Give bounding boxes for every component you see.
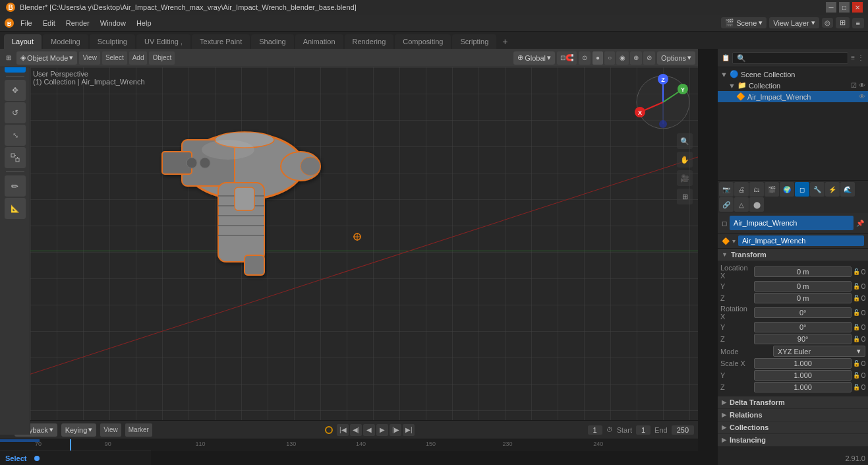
menu-window[interactable]: Window	[96, 18, 130, 28]
object-visibility-icon[interactable]: 👁	[859, 93, 865, 100]
location-x-input[interactable]	[754, 266, 852, 277]
viewport-shading-render[interactable]: ◉	[616, 51, 629, 65]
transform-tool[interactable]	[5, 147, 26, 168]
tab-layout[interactable]: Layout	[4, 34, 42, 49]
tab-animation[interactable]: Animation	[295, 34, 343, 49]
scale-tool[interactable]: ⤡	[5, 125, 26, 146]
viewport-main[interactable]: User Perspective (1) Collection | Air_Im…	[30, 67, 698, 420]
tab-shading[interactable]: Shading	[251, 34, 293, 49]
next-frame-btn[interactable]: |▶	[390, 424, 401, 436]
rotation-x-input[interactable]	[754, 307, 852, 318]
timeline-marker-menu[interactable]: Marker	[125, 423, 152, 437]
ptab-physics[interactable]: 🌊	[840, 182, 855, 197]
record-button[interactable]	[325, 426, 333, 434]
ptab-scene[interactable]: 🎬	[765, 182, 779, 197]
object-mode-dropdown[interactable]: ◈ Object Mode ▾	[16, 51, 77, 65]
menu-help[interactable]: Help	[132, 18, 156, 28]
ptab-view-layer[interactable]: 🗂	[749, 182, 764, 197]
rotation-y-lock[interactable]: 🔓	[853, 324, 860, 330]
options-dropdown[interactable]: Options ▾	[657, 51, 695, 65]
editor-type-btn[interactable]: ⊞	[836, 17, 850, 28]
view-layer-selector[interactable]: View Layer ▾	[769, 17, 819, 28]
tab-modeling[interactable]: Modeling	[43, 34, 88, 49]
viewport-shading-material[interactable]: ○	[604, 51, 615, 65]
ptab-modifier[interactable]: 🔧	[810, 182, 825, 197]
rotation-z-lock[interactable]: 🔓	[853, 336, 860, 342]
pan-view-btn[interactable]: ✋	[677, 152, 693, 168]
tab-rendering[interactable]: Rendering	[345, 34, 394, 49]
menu-edit[interactable]: Edit	[38, 18, 60, 28]
object-data-dropdown-icon[interactable]: ▾	[732, 237, 736, 245]
outliner-search-input[interactable]	[732, 52, 848, 64]
rotation-x-lock[interactable]: 🔓	[853, 309, 860, 316]
transform-orientation[interactable]: ⊕ Global ▾	[513, 51, 555, 65]
viewport-gizmo[interactable]: Z Y X	[633, 73, 693, 132]
transform-section-toggle[interactable]: Transform	[718, 249, 868, 261]
delta-transform-toggle[interactable]: ▶ Delta Transform	[718, 396, 868, 409]
menu-render[interactable]: Render	[61, 18, 94, 28]
outliner-collection[interactable]: ▼ 📁 Collection ☑ 👁	[718, 80, 868, 91]
outliner-editor-icon[interactable]: 📋	[722, 54, 730, 61]
ptab-material[interactable]: ⬤	[749, 197, 764, 212]
keying-dropdown[interactable]: Keying ▾	[61, 423, 97, 437]
rotation-z-input[interactable]	[754, 334, 852, 344]
play-btn[interactable]: ▶	[376, 424, 388, 436]
scale-x-input[interactable]	[754, 358, 852, 369]
menu-view[interactable]: View	[79, 51, 100, 65]
collection-visibility-icon[interactable]: 👁	[859, 82, 865, 89]
ptab-object[interactable]: ◻	[795, 182, 809, 197]
outliner-filter-icon[interactable]: ≡	[851, 54, 855, 61]
location-z-lock[interactable]: 🔓	[853, 295, 860, 301]
playhead[interactable]	[70, 439, 71, 451]
location-x-lock[interactable]: 🔓	[853, 268, 860, 275]
annotate-tool[interactable]: ✏	[5, 175, 26, 197]
current-frame[interactable]: 1	[588, 425, 602, 435]
titlebar-controls[interactable]: ─ □ ✕	[826, 2, 863, 13]
jump-end-btn[interactable]: ▶|	[403, 424, 415, 436]
tab-texture-paint[interactable]: Texture Paint	[192, 34, 250, 49]
scale-y-lock[interactable]: 🔓	[853, 372, 860, 379]
outliner-scene-collection[interactable]: ▼ 🔵 Scene Collection	[718, 69, 868, 80]
ptab-output[interactable]: 🖨	[734, 182, 749, 197]
object-name-input[interactable]	[730, 216, 854, 230]
scale-y-input[interactable]	[754, 370, 852, 381]
end-frame[interactable]: 250	[672, 425, 694, 435]
xray-btn[interactable]: ⊘	[643, 51, 655, 65]
object-data-name[interactable]: Air_Impact_Wrench	[738, 235, 864, 246]
collections-toggle[interactable]: ▶ Collections	[718, 421, 868, 434]
timeline-scrubber[interactable]: 70 90 110 130 140 150 230 240	[0, 439, 698, 451]
outliner-options-icon[interactable]: ⋮	[857, 54, 864, 61]
tab-uv-editing[interactable]: UV Editing ,	[136, 34, 190, 49]
location-y-input[interactable]	[754, 281, 852, 292]
scale-z-input[interactable]	[754, 382, 852, 392]
menu-add[interactable]: Add	[129, 51, 148, 65]
prev-frame-btn[interactable]: ◀|	[350, 424, 362, 436]
move-tool[interactable]: ✥	[5, 80, 26, 101]
add-workspace-button[interactable]: +	[498, 34, 512, 49]
ptab-render[interactable]: 📷	[719, 182, 734, 197]
start-frame[interactable]: 1	[636, 425, 651, 435]
menu-file[interactable]: File	[16, 18, 37, 28]
editor-type-icon[interactable]: ⊞	[3, 51, 14, 65]
snapping-btn[interactable]: ⊡ 🧲	[557, 51, 577, 65]
ptab-particles[interactable]: ⚡	[825, 182, 840, 197]
menu-select[interactable]: Select	[102, 51, 127, 65]
menu-object[interactable]: Object	[149, 51, 175, 65]
tab-sculpting[interactable]: Sculpting	[90, 34, 135, 49]
measure-tool[interactable]: 📐	[5, 198, 26, 219]
rotation-mode-dropdown[interactable]: XYZ Euler ▾	[773, 346, 865, 357]
scale-x-lock[interactable]: 🔓	[853, 360, 860, 367]
blender-menu-logo[interactable]: B	[4, 18, 14, 28]
tab-scripting[interactable]: Scripting	[452, 34, 496, 49]
ptab-data[interactable]: △	[734, 197, 749, 212]
proportional-edit-btn[interactable]: ⊙	[579, 51, 591, 65]
relations-toggle[interactable]: ▶ Relations	[718, 409, 868, 421]
ptab-constraints[interactable]: 🔗	[719, 197, 734, 212]
viewport-shading-solid[interactable]: ●	[593, 51, 603, 65]
ptab-world[interactable]: 🌍	[780, 182, 794, 197]
maximize-button[interactable]: □	[839, 2, 850, 13]
jump-start-btn[interactable]: |◀	[337, 424, 349, 436]
rotation-y-input[interactable]	[754, 322, 852, 332]
viewport-overlays-btn[interactable]: ⊕	[630, 51, 642, 65]
quad-view-btn[interactable]: ⊞	[677, 189, 693, 204]
